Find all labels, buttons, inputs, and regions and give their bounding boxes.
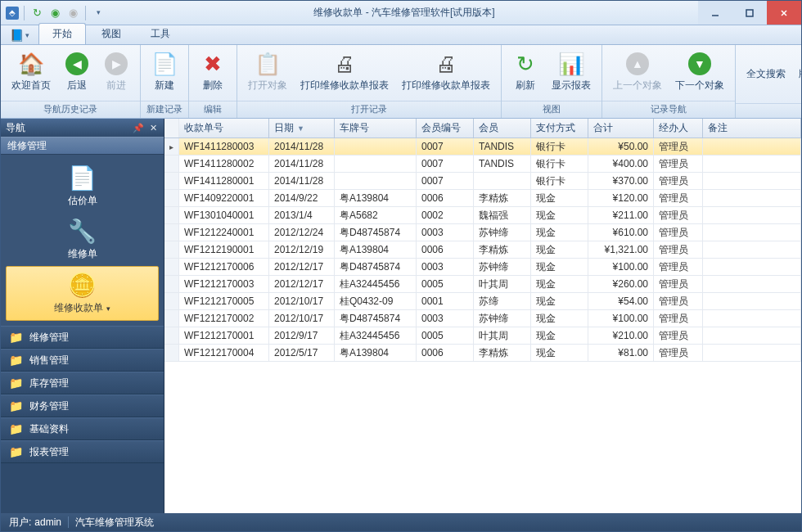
col-header-合计[interactable]: 合计	[588, 119, 654, 138]
cell: 粤A5682	[335, 207, 417, 223]
cell: 0007	[417, 156, 474, 172]
close-button[interactable]	[767, 1, 801, 25]
cell	[703, 310, 801, 327]
col-header-车牌号[interactable]: 车牌号	[335, 119, 417, 138]
table-row[interactable]: ▸WF14112800032014/11/280007TANDIS银行卡¥50.…	[164, 138, 801, 156]
col-header-label: 备注	[708, 121, 728, 135]
row-marker	[164, 224, 179, 241]
nav-tile-维修单[interactable]: 🔧维修单	[6, 213, 159, 266]
nav-tile-label: 估价单	[68, 194, 97, 208]
ribbon-print1-button[interactable]: 🖨打印维修收款单报表	[295, 48, 394, 95]
nav-cat-基础资料[interactable]: 📁基础资料	[1, 417, 164, 440]
cell: WF1212170005	[179, 293, 269, 309]
qat-back-icon[interactable]: ◉	[47, 6, 62, 20]
cell: 2012/9/17	[269, 327, 335, 344]
cell: 银行卡	[531, 173, 588, 189]
qat-dropdown-icon[interactable]: ▾	[91, 6, 106, 20]
col-header-经办人[interactable]: 经办人	[654, 119, 703, 138]
ribbon-group-label: 打开记录	[237, 101, 501, 118]
nav-tile-维修收款单[interactable]: 🪙维修收款单▾	[6, 266, 159, 321]
col-header-备注[interactable]: 备注	[703, 119, 801, 138]
nav-cat-报表管理[interactable]: 📁报表管理	[1, 440, 164, 463]
col-header-支付方式[interactable]: 支付方式	[531, 119, 588, 138]
row-marker	[164, 276, 179, 292]
qat-refresh-icon[interactable]: ↻	[29, 6, 44, 20]
col-header-label: 收款单号	[184, 121, 223, 135]
table-row[interactable]: WF14112800012014/11/280007银行卡¥370.00管理员	[164, 173, 801, 190]
ribbon-btn-label: 欢迎首页	[11, 79, 51, 92]
menu-tab-开始[interactable]: 开始	[38, 23, 86, 44]
ribbon-group-label	[736, 103, 802, 118]
ribbon-showrep-button[interactable]: 📊显示报表	[546, 48, 597, 95]
table-row[interactable]: WF14112800022014/11/280007TANDIS银行卡¥400.…	[164, 156, 801, 173]
ribbon-group: ▲上一个对象▼下一个对象记录导航	[602, 45, 736, 118]
file-menu-button[interactable]: 📘▾	[6, 26, 37, 44]
nav-cat-财务管理[interactable]: 📁财务管理	[1, 394, 164, 417]
cell: 0007	[417, 173, 474, 189]
nav-subtitle[interactable]: 维修管理	[1, 137, 164, 155]
ribbon-group: 📄新建新建记录	[141, 45, 189, 118]
grid-body[interactable]: ▸WF14112800032014/11/280007TANDIS银行卡¥50.…	[164, 138, 801, 513]
table-row[interactable]: WF12121700022012/10/17粤D487458740003苏钟缔现…	[164, 310, 801, 327]
table-row[interactable]: WF14092200012014/9/22粤A1398040006李精炼现金¥1…	[164, 190, 801, 207]
table-row[interactable]: WF12121700052012/10/17桂Q0432-090001苏缔现金¥…	[164, 293, 801, 310]
menu-tab-视图[interactable]: 视图	[88, 23, 135, 44]
table-row[interactable]: WF12121700012012/9/17桂A324454560005叶其周现金…	[164, 327, 801, 345]
cell	[703, 156, 801, 172]
grid-header: 收款单号日期▼车牌号会员编号会员支付方式合计经办人备注	[164, 119, 801, 138]
cell: 管理员	[654, 138, 703, 155]
cell	[335, 173, 417, 189]
cell: 0005	[417, 276, 474, 292]
cell: 0003	[417, 259, 474, 275]
chevron-down-icon: ▾	[106, 304, 110, 313]
table-row[interactable]: WF12121700062012/12/17粤D487458740003苏钟缔现…	[164, 259, 801, 276]
ribbon-del-button[interactable]: ✖删除	[194, 48, 232, 95]
nav-tile-估价单[interactable]: 📄估价单	[6, 160, 159, 213]
ribbon-search-button[interactable]: 全文搜索	[741, 48, 791, 97]
close-panel-icon[interactable]: ✕	[147, 122, 159, 133]
cell: WF1409220001	[179, 190, 269, 206]
cell: 0001	[417, 293, 474, 309]
qat-fwd-icon[interactable]: ◉	[65, 6, 80, 20]
table-row[interactable]: WF12121900012012/12/19粤A1398040006李精炼现金¥…	[164, 241, 801, 259]
table-row[interactable]: WF12121700032012/12/17桂A324454560005叶其周现…	[164, 276, 801, 293]
table-row[interactable]: WF12122400012012/12/24粤D487458740003苏钟缔现…	[164, 224, 801, 241]
pin-icon[interactable]: 📌	[133, 122, 144, 133]
nav-cat-label: 维修管理	[29, 331, 69, 345]
cell: TANDIS	[474, 156, 531, 172]
nav-cat-维修管理[interactable]: 📁维修管理	[1, 326, 164, 349]
cell: ¥100.00	[588, 310, 654, 327]
cell: WF1212170002	[179, 310, 269, 327]
cell	[703, 173, 801, 189]
cell: 现金	[531, 207, 588, 223]
maximize-button[interactable]	[732, 1, 767, 25]
status-app: 汽车维修管理系统	[75, 516, 154, 530]
ribbon-back-button[interactable]: ◀后退	[58, 48, 96, 95]
svg-rect-1	[746, 10, 753, 16]
ribbon-next-button[interactable]: ▼下一个对象	[669, 48, 730, 95]
ribbon-btn-label: 新建	[155, 79, 174, 92]
ribbon-print2-button[interactable]: 🖨打印维修收款单报表	[396, 48, 496, 95]
table-row[interactable]: WF13010400012013/1/4粤A56820002魏福强现金¥211.…	[164, 207, 801, 224]
col-header-收款单号[interactable]: 收款单号	[179, 119, 269, 138]
minimize-button[interactable]	[698, 1, 732, 25]
cell: 李精炼	[474, 190, 531, 206]
ribbon-ver-button[interactable]: 版本信息	[793, 48, 802, 97]
nav-cat-销售管理[interactable]: 📁销售管理	[1, 349, 164, 372]
open-icon: 📋	[255, 51, 281, 77]
cell: 现金	[531, 190, 588, 206]
col-header-会员[interactable]: 会员	[474, 119, 531, 138]
ribbon-new-button[interactable]: 📄新建	[146, 48, 183, 95]
ribbon-refresh-button[interactable]: ↻刷新	[507, 48, 544, 95]
menu-tab-工具[interactable]: 工具	[137, 23, 184, 44]
ribbon-home-button[interactable]: 🏠欢迎首页	[6, 48, 56, 95]
col-header-会员编号[interactable]: 会员编号	[417, 119, 474, 138]
cell: 现金	[531, 259, 588, 275]
table-row[interactable]: WF12121700042012/5/17粤A1398040006李精炼现金¥8…	[164, 345, 801, 362]
cell: 2012/12/17	[269, 276, 335, 292]
cell: 管理员	[654, 327, 703, 344]
col-header-日期[interactable]: 日期▼	[269, 119, 335, 138]
cell: 管理员	[654, 190, 703, 206]
row-marker	[164, 327, 179, 344]
nav-cat-库存管理[interactable]: 📁库存管理	[1, 372, 164, 394]
